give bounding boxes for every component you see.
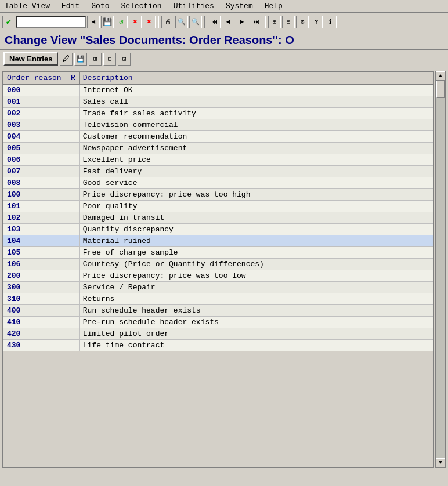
cell-description: Trade fair sales activity [79,108,433,119]
cell-order-reason: 000 [3,85,67,96]
cell-order-reason: 101 [3,201,67,212]
print-icon[interactable]: 🖨 [161,16,174,28]
help-icon[interactable]: ? [310,16,323,28]
menu-selection[interactable]: Selection [118,1,164,11]
menu-table-view[interactable]: Table View [2,1,52,11]
cell-description: Pre-run schedule header exists [79,317,433,328]
new-entries-button[interactable]: New Entries [3,52,58,66]
cell-r [67,143,80,154]
settings-icon[interactable]: ⚙ [296,16,309,28]
cell-order-reason: 310 [3,293,67,305]
collapse-icon[interactable]: ⊟ [282,16,295,28]
table-row[interactable]: 006Excellent price [3,154,433,166]
cell-description: Newspaper advertisement [79,143,433,154]
scroll-track[interactable] [436,81,445,458]
action-icon-3[interactable]: ⊞ [89,53,102,66]
find-icon[interactable]: 🔍 [175,16,188,28]
menu-bar: Table View Edit Goto Selection Utilities… [0,0,448,13]
save-icon[interactable]: 💾 [101,16,114,28]
cell-r [67,177,80,189]
cell-r [67,328,80,340]
table-row[interactable]: 103Quantity discrepancy [3,224,433,235]
table-row[interactable]: 004Customer recommendation [3,131,433,143]
action-icon-1[interactable]: 🖊 [60,53,73,66]
nav-left-icon[interactable]: ◄ [87,16,100,28]
scroll-thumb[interactable] [436,81,445,98]
action-icon-4[interactable]: ⊟ [103,53,116,66]
table-row[interactable]: 200Price discrepancy: price was too low [3,270,433,282]
menu-goto[interactable]: Goto [89,1,111,11]
cell-order-reason: 106 [3,259,67,270]
cell-r [67,247,80,259]
table-row[interactable]: 102Damaged in transit [3,212,433,224]
refresh-icon[interactable]: ↺ [115,16,128,28]
table-row[interactable]: 430Life time contract [3,340,433,351]
table-row[interactable]: 420Limited pilot order [3,328,433,340]
cell-order-reason: 420 [3,328,67,340]
cell-description: Material ruined [79,235,433,247]
table-row[interactable]: 300Service / Repair [3,282,433,293]
table-row[interactable]: 400Run schedule header exists [3,305,433,317]
table-row[interactable]: 000Internet OK [3,85,433,96]
cell-description: Good service [79,177,433,189]
cell-description: Fast delivery [79,166,433,177]
action-icon-5[interactable]: ⊡ [118,53,131,66]
table-row[interactable]: 310Returns [3,293,433,305]
action-icon-2[interactable]: 💾 [74,53,87,66]
col-r: R [67,72,80,85]
table-row[interactable]: 001Sales call [3,96,433,108]
find-next-icon[interactable]: 🔍 [189,16,202,28]
cell-description: Life time contract [79,340,433,351]
cell-r [67,108,80,119]
table-row[interactable]: 105Free of charge sample [3,247,433,259]
table-row[interactable]: 007Fast delivery [3,166,433,177]
scroll-down-button[interactable]: ▼ [436,458,445,467]
expand-icon[interactable]: ⊞ [268,16,281,28]
cell-r [67,119,80,131]
page-first-icon[interactable]: ⏮ [208,16,221,28]
toolbar-separator-3 [265,16,266,28]
cell-order-reason: 004 [3,131,67,143]
cell-description: Service / Repair [79,282,433,293]
menu-utilities[interactable]: Utilities [171,1,216,11]
cell-r [67,189,80,201]
page-last-icon[interactable]: ⏭ [250,16,262,28]
cell-order-reason: 104 [3,235,67,247]
table-row[interactable]: 104Material ruined [3,235,433,247]
table-row[interactable]: 008Good service [3,177,433,189]
cell-order-reason: 003 [3,119,67,131]
cell-r [67,224,80,235]
table-row[interactable]: 410Pre-run schedule header exists [3,317,433,328]
table-row[interactable]: 005Newspaper advertisement [3,143,433,154]
page-next-icon[interactable]: ► [236,16,248,28]
check-icon[interactable]: ✔ [2,16,15,28]
table-wrapper: Order reason R Description 000Internet O… [2,71,434,468]
table-row[interactable]: 101Poor quality [3,201,433,212]
info-icon[interactable]: ℹ [324,16,337,28]
cell-order-reason: 102 [3,212,67,224]
menu-help[interactable]: Help [262,1,285,11]
cell-order-reason: 005 [3,143,67,154]
cell-description: Quantity discrepancy [79,224,433,235]
vertical-scrollbar[interactable]: ▲ ▼ [435,71,446,468]
menu-edit[interactable]: Edit [59,1,82,11]
menu-system[interactable]: System [223,1,255,11]
scroll-up-button[interactable]: ▲ [436,71,445,81]
cell-order-reason: 103 [3,224,67,235]
page-prev-icon[interactable]: ◄ [222,16,234,28]
cell-description: Poor quality [79,201,433,212]
cell-order-reason: 006 [3,154,67,166]
cell-r [67,305,80,317]
col-description: Description [79,72,433,85]
stop-icon[interactable]: ✖ [129,16,142,28]
table-row[interactable]: 106Courtesy (Price or Quantity differenc… [3,259,433,270]
table-row[interactable]: 002Trade fair sales activity [3,108,433,119]
command-input[interactable] [16,16,86,28]
cell-order-reason: 430 [3,340,67,351]
cell-description: Price discrepancy: price was too low [79,270,433,282]
table-row[interactable]: 003Television commercial [3,119,433,131]
cell-description: Price discrepancy: price was too high [79,189,433,201]
cancel-icon[interactable]: ✖ [143,16,156,28]
table-row[interactable]: 100Price discrepancy: price was too high [3,189,433,201]
cell-description: Courtesy (Price or Quantity differences) [79,259,433,270]
